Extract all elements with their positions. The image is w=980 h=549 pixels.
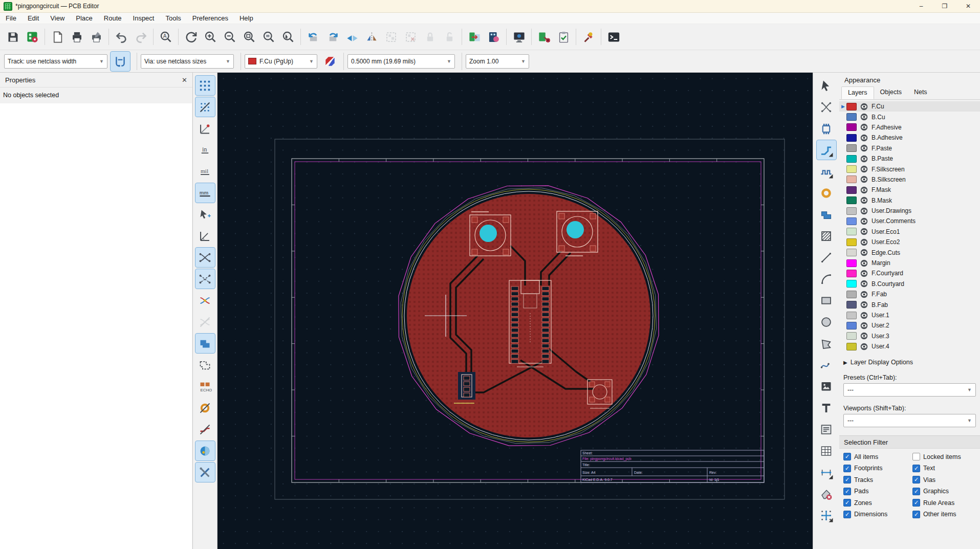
- presets-select[interactable]: ---▼: [843, 383, 976, 397]
- layer-row-f-paste[interactable]: F.Paste: [839, 143, 980, 153]
- eye-icon[interactable]: [860, 144, 868, 152]
- undo-button[interactable]: [112, 27, 131, 47]
- layer-color-swatch[interactable]: [846, 207, 857, 215]
- layer-color-swatch[interactable]: [846, 134, 857, 142]
- layer-color-swatch[interactable]: [846, 301, 857, 309]
- layer-color-swatch[interactable]: [846, 343, 857, 350]
- zoom-out-button[interactable]: [220, 27, 239, 47]
- rotate-ccw-button[interactable]: [303, 27, 323, 47]
- local-ratsnest-button[interactable]: [817, 97, 836, 117]
- layer-color-swatch[interactable]: [846, 238, 857, 246]
- add-footprint-button[interactable]: [817, 119, 836, 138]
- track-width-value-select[interactable]: 0.5000 mm (19.69 mils)▼: [347, 54, 455, 69]
- plot-button[interactable]: [86, 27, 106, 47]
- add-textbox-button[interactable]: [817, 420, 836, 439]
- menu-file[interactable]: File: [0, 14, 22, 23]
- checkbox[interactable]: ✓: [912, 499, 920, 507]
- minimize-button[interactable]: –: [909, 0, 933, 12]
- mirror-button[interactable]: [362, 27, 381, 47]
- layer-color-swatch[interactable]: [846, 259, 857, 267]
- layer-row-b-cu[interactable]: B.Cu: [839, 112, 980, 122]
- filter-text[interactable]: ✓Text: [912, 465, 980, 472]
- layer-row-f-adhesive[interactable]: F.Adhesive: [839, 122, 980, 133]
- eye-icon[interactable]: [860, 280, 868, 288]
- eye-icon[interactable]: [860, 228, 868, 235]
- properties-close-icon[interactable]: ✕: [182, 76, 187, 84]
- track-width-mode-button[interactable]: [111, 52, 130, 71]
- zoom-select[interactable]: Zoom 1.00▼: [466, 54, 529, 69]
- active-layer-select[interactable]: F.Cu (PgUp)▼: [245, 54, 317, 69]
- checkbox[interactable]: [912, 453, 920, 460]
- menu-inspect[interactable]: Inspect: [127, 14, 160, 23]
- lock-button[interactable]: [420, 27, 440, 47]
- eye-icon[interactable]: [860, 165, 868, 173]
- layer-row-b-adhesive[interactable]: B.Adhesive: [839, 133, 980, 143]
- checkbox[interactable]: ✓: [843, 488, 851, 495]
- maximize-button[interactable]: ❐: [933, 0, 956, 12]
- net-colors-button[interactable]: [195, 291, 215, 310]
- add-image-button[interactable]: [817, 377, 836, 396]
- track-width-select[interactable]: Track: use netclass width▼: [4, 54, 107, 69]
- eye-icon[interactable]: [860, 196, 868, 204]
- high-contrast-button[interactable]: [195, 441, 215, 460]
- layer-row-user-drawings[interactable]: User.Drawings: [839, 206, 980, 216]
- angle-mode-button[interactable]: [195, 226, 215, 246]
- eye-icon[interactable]: [860, 270, 868, 277]
- zoom-fit-objects-button[interactable]: [259, 27, 278, 47]
- eye-icon[interactable]: [860, 103, 868, 111]
- page-settings-button[interactable]: [48, 27, 67, 47]
- grid-override-button[interactable]: [195, 97, 215, 117]
- eye-icon[interactable]: [860, 259, 868, 267]
- viewports-select[interactable]: ---▼: [843, 414, 976, 427]
- layer-color-swatch[interactable]: [846, 196, 857, 204]
- eye-icon[interactable]: [860, 238, 868, 246]
- menu-place[interactable]: Place: [70, 14, 98, 23]
- eye-icon[interactable]: [860, 322, 868, 330]
- menu-help[interactable]: Help: [234, 14, 259, 23]
- tune-length-button[interactable]: [817, 162, 836, 181]
- eye-icon[interactable]: [860, 312, 868, 319]
- layer-color-swatch[interactable]: [846, 103, 857, 111]
- layer-color-swatch[interactable]: [846, 270, 857, 277]
- filter-tracks[interactable]: ✓Tracks: [843, 476, 912, 484]
- add-via-button[interactable]: [817, 183, 836, 203]
- grid-origin-button[interactable]: [817, 506, 836, 525]
- menu-tools[interactable]: Tools: [160, 14, 186, 23]
- print-button[interactable]: [67, 27, 86, 47]
- ungroup-button[interactable]: [401, 27, 420, 47]
- layer-row-user-eco2[interactable]: User.Eco2: [839, 237, 980, 247]
- eye-icon[interactable]: [860, 217, 868, 225]
- track-display-button[interactable]: [195, 420, 215, 439]
- select-arrow-button[interactable]: [817, 76, 836, 95]
- checkbox[interactable]: ✓: [912, 476, 920, 484]
- layer-color-swatch[interactable]: [846, 280, 857, 288]
- layer-color-swatch[interactable]: [846, 291, 857, 298]
- eye-icon[interactable]: [860, 175, 868, 183]
- eye-icon[interactable]: [860, 207, 868, 215]
- menu-edit[interactable]: Edit: [22, 14, 45, 23]
- footprint-editor-button[interactable]: [484, 27, 504, 47]
- layer-row-user-eco1[interactable]: User.Eco1: [839, 227, 980, 237]
- layer-color-swatch[interactable]: [846, 155, 857, 163]
- layer-row-f-courtyard[interactable]: F.Courtyard: [839, 268, 980, 278]
- layer-color-swatch[interactable]: [846, 144, 857, 152]
- layer-color-swatch[interactable]: [846, 165, 857, 173]
- checkbox[interactable]: ✓: [843, 511, 851, 518]
- zoom-in-button[interactable]: [201, 27, 220, 47]
- layer-color-swatch[interactable]: [846, 175, 857, 183]
- layer-color-swatch[interactable]: [846, 322, 857, 330]
- checkbox[interactable]: ✓: [843, 465, 851, 472]
- grid-show-button[interactable]: [195, 76, 215, 95]
- eye-icon[interactable]: [860, 343, 868, 350]
- units-inches-button[interactable]: in: [195, 140, 215, 160]
- layer-display-options[interactable]: ▶ Layer Display Options: [843, 359, 980, 366]
- pcb-canvas[interactable]: Sheet: File: pingpongcircuit.kicad_pcb T…: [217, 73, 813, 549]
- layer-row-b-courtyard[interactable]: B.Courtyard: [839, 279, 980, 289]
- polar-coords-button[interactable]: [195, 119, 215, 138]
- layer-color-swatch[interactable]: [846, 186, 857, 194]
- rotate-cw-button[interactable]: [323, 27, 342, 47]
- draw-arc-button[interactable]: [817, 269, 836, 289]
- eye-icon[interactable]: [860, 332, 868, 340]
- layer-row-user-2[interactable]: User.2: [839, 320, 980, 331]
- filter-dimensions[interactable]: ✓Dimensions: [843, 511, 912, 518]
